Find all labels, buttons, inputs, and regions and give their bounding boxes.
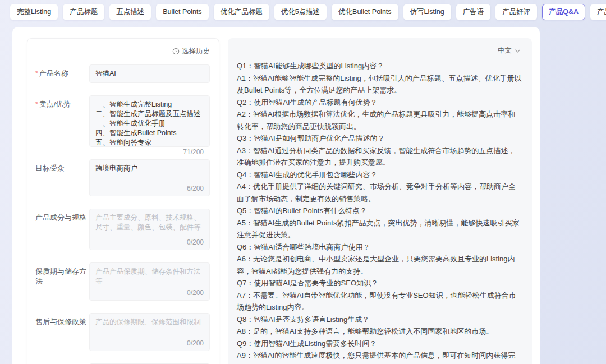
target-audience-label: 目标受众 (35, 159, 89, 196)
product-name-input[interactable]: 智猫AI (89, 64, 210, 83)
qa-line: Q6：智猫AI适合哪些跨境电商商户使用？ (237, 241, 522, 254)
language-row: 中文 (237, 44, 522, 58)
selling-points-textarea[interactable]: 一、智能生成完整Listing 二、智能生成产品标题及五点描述 三、智能生成优化… (89, 95, 210, 147)
after-sales-warranty-counter: 0/200 (187, 339, 204, 348)
qa-line: A2：智猫AI根据市场数据和算法优化，生成的产品标题更具吸引力，能够提高点击率和… (237, 108, 522, 132)
tab-optimize-5-point-desc[interactable]: 优化5点描述 (274, 4, 327, 20)
qa-line: A1：智猫AI能够智能生成完整的Listing，包括吸引人的产品标题、五点描述、… (237, 72, 522, 96)
tab-product-manual[interactable]: 产品手册 (590, 4, 606, 20)
qa-line: A9：智猫AI的智能生成速度极快，您只需提供基本的产品信息，即可在短时间内获得完… (237, 349, 522, 364)
shelf-life-storage-label: 保质期与储存方法 (35, 262, 89, 301)
selling-points-label: *卖点/优势 (35, 95, 89, 147)
qa-line: Q4：智猫AI生成的优化手册包含哪些内容？ (237, 169, 522, 181)
function-tab-bar: 完整Listing 产品标题 五点描述 Bullet Points 优化产品标题… (0, 0, 606, 20)
clock-icon (172, 48, 180, 55)
target-audience-textarea[interactable]: 跨境电商商户 6/200 (89, 159, 210, 196)
qa-output-panel: 中文 Q1：智猫AI能够生成哪些类型的Listing内容？ A1：智猫AI能够智… (228, 38, 532, 364)
tab-five-point-desc[interactable]: 五点描述 (109, 4, 151, 20)
qa-line: Q5：智猫AI的Bullet Points有什么特点？ (237, 205, 522, 217)
shelf-life-storage-placeholder: 产品产品保质期、储存条件和方法等 (95, 267, 204, 286)
tab-bullet-points[interactable]: Bullet Points (156, 4, 208, 20)
product-name-value: 智猫AI (95, 69, 204, 79)
tab-imitate-listing[interactable]: 仿写Listing (403, 4, 451, 20)
selling-points-value: 一、智能生成完整Listing 二、智能生成产品标题及五点描述 三、智能生成优化… (95, 100, 204, 148)
field-product-name: *产品名称 智猫AI (35, 64, 210, 83)
qa-line: A3：智猫AI通过分析同类产品的数据和买家反馈，智能生成符合市场趋势的五点描述，… (237, 145, 522, 169)
shelf-life-storage-counter: 0/200 (187, 288, 204, 297)
required-asterisk: * (35, 70, 38, 77)
history-row: 选择历史 (35, 47, 210, 57)
product-name-label: *产品名称 (35, 64, 89, 83)
main-container: 选择历史 *产品名称 智猫AI *卖点/优势 一、智能生成完整Listing 二… (12, 27, 540, 364)
ingredients-specs-label: 产品成分与规格 (35, 209, 89, 250)
after-sales-warranty-label: 售后与保修政策 (35, 313, 89, 351)
qa-line: Q1：智猫AI能够生成哪些类型的Listing内容？ (237, 60, 522, 72)
after-sales-warranty-placeholder: 产品的保修期限、保修范围和限制 (95, 317, 204, 327)
qa-line: Q3：智猫AI是如何帮助商户优化产品描述的？ (237, 132, 522, 145)
tab-product-title[interactable]: 产品标题 (63, 4, 104, 20)
tab-optimize-bullet-points[interactable]: 优化Bullet Points (332, 4, 398, 20)
chevron-down-icon (515, 49, 521, 53)
qa-line: A7：不需要。智猫AI自带智能优化功能，即使没有专业SEO知识，也能轻松生成符合… (237, 289, 522, 314)
select-history-label: 选择历史 (182, 47, 210, 56)
tab-product-reviews[interactable]: 产品好评 (495, 4, 537, 20)
qa-line: A6：无论您是初创电商、中小型卖家还是大型企业，只要您需要高效且专业的Listi… (237, 253, 522, 277)
shelf-life-storage-textarea[interactable]: 产品产品保质期、储存条件和方法等 0/200 (89, 262, 210, 301)
qa-line: Q8：智猫AI是否支持多语言Listing生成？ (237, 314, 522, 326)
field-selling-points: *卖点/优势 一、智能生成完整Listing 二、智能生成产品标题及五点描述 三… (35, 95, 210, 147)
qa-line: Q9：使用智猫AI生成Listing需要多长时间？ (237, 338, 522, 350)
selling-points-counter: 71/200 (183, 148, 204, 156)
tab-full-listing[interactable]: 完整Listing (10, 4, 58, 20)
ingredients-specs-textarea[interactable]: 产品主要成分、原料、技术规格、尺寸、重量、颜色、包装、配件等 0/200 (89, 209, 210, 250)
language-select-value: 中文 (498, 46, 512, 56)
field-ingredients-specs: 产品成分与规格 产品主要成分、原料、技术规格、尺寸、重量、颜色、包装、配件等 0… (35, 209, 210, 250)
qa-line: A8：是的，智猫AI支持多种语言，能够帮助您轻松进入不同国家和地区的市场。 (237, 325, 522, 338)
after-sales-warranty-textarea[interactable]: 产品的保修期限、保修范围和限制 0/200 (89, 313, 210, 351)
field-target-audience: 目标受众 跨境电商商户 6/200 (35, 159, 210, 196)
qa-line: Q2：使用智猫AI生成的产品标题有何优势？ (237, 96, 522, 109)
qa-generated-text: Q1：智猫AI能够生成哪些类型的Listing内容？ A1：智猫AI能够智能生成… (237, 60, 522, 364)
select-history-button[interactable]: 选择历史 (172, 47, 210, 56)
language-select[interactable]: 中文 (497, 44, 522, 58)
ingredients-specs-counter: 0/200 (187, 238, 204, 247)
qa-line: A5：智猫AI生成的Bullet Points紧扣产品卖点，突出优势，清晰易懂，… (237, 217, 522, 241)
target-audience-counter: 6/200 (187, 184, 204, 193)
tab-ad-slogan[interactable]: 广告语 (456, 4, 491, 20)
qa-line: Q7：使用智猫AI是否需要专业的SEO知识？ (237, 277, 522, 289)
ingredients-specs-placeholder: 产品主要成分、原料、技术规格、尺寸、重量、颜色、包装、配件等 (95, 213, 204, 232)
field-shelf-life-storage: 保质期与储存方法 产品产品保质期、储存条件和方法等 0/200 (35, 262, 210, 301)
required-asterisk: * (35, 100, 38, 108)
tab-optimize-product-title[interactable]: 优化产品标题 (214, 4, 269, 20)
product-input-form: 选择历史 *产品名称 智猫AI *卖点/优势 一、智能生成完整Listing 二… (27, 38, 219, 364)
tab-product-qa[interactable]: 产品Q&A (542, 4, 585, 20)
field-after-sales-warranty: 售后与保修政策 产品的保修期限、保修范围和限制 0/200 (35, 313, 210, 351)
qa-line: A4：优化手册提供了详细的关键词研究、市场分析、竞争对手分析等内容，帮助商户全面… (237, 181, 522, 205)
target-audience-value: 跨境电商商户 (95, 164, 204, 173)
